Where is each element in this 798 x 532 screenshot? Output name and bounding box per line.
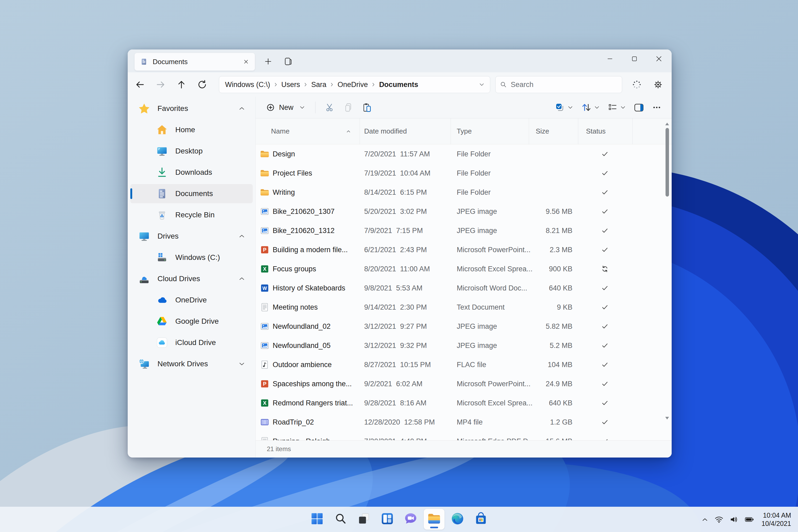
sidebar-item-windows-c-[interactable]: Windows (C:) (128, 247, 255, 268)
column-header-size[interactable]: Size (529, 118, 578, 144)
monitor-icon (138, 230, 150, 242)
taskbar-store-button[interactable] (471, 509, 491, 530)
sidebar-section-network-drives[interactable]: Network Drives (128, 353, 255, 375)
sidebar-section-cloud-drives[interactable]: Cloud Drives (128, 268, 255, 289)
sync-spinner-icon[interactable] (631, 79, 642, 90)
search-icon (334, 512, 347, 527)
volume-icon[interactable] (729, 515, 739, 524)
taskbar-edge-button[interactable] (447, 509, 468, 530)
column-header-date-modified[interactable]: Date modified (360, 118, 451, 144)
sidebar-section-drives[interactable]: Drives (128, 226, 255, 247)
breadcrumb-item[interactable]: Sara (311, 81, 326, 89)
sidebar-item-documents[interactable]: Documents (128, 183, 255, 204)
file-row[interactable]: P Building a modern file... 6/21/2021 2:… (255, 240, 672, 259)
breadcrumb-item[interactable]: Users (281, 81, 300, 89)
file-row[interactable]: Newfoundland_02 3/12/2021 9:27 PM JPEG i… (255, 317, 672, 336)
sidebar-item-recycle-bin[interactable]: Recycle Bin (128, 204, 255, 226)
minimize-button[interactable] (602, 52, 618, 65)
search-box[interactable] (495, 76, 622, 93)
start-icon (310, 512, 324, 527)
file-name: RoadTrip_02 (273, 418, 314, 426)
file-row[interactable]: X Focus groups 8/20/2021 11:00 AM Micros… (255, 259, 672, 279)
file-size: 5.82 MB (529, 322, 578, 331)
taskbar-start-button[interactable] (307, 509, 327, 530)
chevron-down-icon[interactable] (238, 360, 246, 368)
tab-close-icon[interactable] (242, 57, 251, 66)
taskbar-task-view-button[interactable] (354, 509, 374, 530)
maximize-button[interactable] (626, 52, 643, 65)
file-row[interactable]: Writing 8/14/2021 6:15 PM File Folder (255, 183, 672, 202)
close-button[interactable] (651, 52, 667, 65)
file-size: 640 KB (529, 399, 578, 407)
file-row[interactable]: RoadTrip_02 12/28/2020 12:58 PM MP4 file… (255, 413, 672, 432)
chevron-up-icon[interactable] (238, 275, 246, 283)
image-icon (260, 322, 269, 331)
details-pane-button[interactable] (633, 102, 645, 113)
column-header-status[interactable]: Status (578, 118, 632, 144)
paste-icon[interactable] (360, 100, 375, 115)
chevron-up-icon[interactable] (238, 104, 246, 113)
breadcrumb-item[interactable]: OneDrive (338, 81, 368, 89)
search-input[interactable] (510, 80, 618, 89)
wifi-icon[interactable] (714, 515, 724, 524)
file-row[interactable]: W History of Skateboards 9/8/2021 5:53 A… (255, 279, 672, 298)
taskbar-clock[interactable]: 10:04 AM 10/4/2021 (762, 511, 791, 528)
forward-button[interactable] (155, 79, 166, 90)
tray-chevron-up-icon[interactable] (701, 515, 709, 524)
taskbar-search-button[interactable] (330, 509, 351, 530)
file-row[interactable]: Newfoundland_05 3/12/2021 9:32 PM JPEG i… (255, 336, 672, 355)
file-name: Project Files (273, 169, 312, 177)
settings-gear-icon[interactable] (653, 79, 663, 90)
file-row[interactable]: Bike_210620_1312 7/9/2021 7:15 PM JPEG i… (255, 221, 672, 240)
battery-icon[interactable] (744, 515, 755, 524)
address-dropdown-icon[interactable] (477, 80, 486, 89)
file-row[interactable]: P Spaceships among the... 9/2/2021 6:02 … (255, 374, 672, 394)
chevron-up-icon[interactable] (238, 232, 246, 240)
select-all-button[interactable] (555, 102, 574, 113)
sidebar-item-onedrive[interactable]: OneDrive (128, 289, 255, 311)
explorer-tab[interactable]: Documents (134, 53, 255, 71)
refresh-button[interactable] (197, 79, 208, 90)
file-row[interactable]: Project Files 7/19/2021 10:04 AM File Fo… (255, 164, 672, 183)
file-row[interactable]: Running - Raleigh 7/30/2021 4:40 PM Micr… (255, 432, 672, 440)
sort-button[interactable] (581, 102, 600, 113)
taskbar-file-explorer-button[interactable] (424, 509, 444, 530)
breadcrumb-item[interactable]: Windows (C:\) (225, 81, 270, 89)
address-bar[interactable]: Windows (C:\) Users Sara OneDrive Docume… (219, 76, 490, 93)
breadcrumb-item-current[interactable]: Documents (379, 81, 418, 89)
see-more-button[interactable] (651, 102, 662, 113)
scrollbar[interactable] (664, 118, 670, 440)
file-type: Microisoft Word Doc... (451, 284, 529, 292)
file-row[interactable]: Meeting notes 9/14/2021 2:30 PM Text Doc… (255, 298, 672, 317)
taskbar-widgets-button[interactable] (377, 509, 398, 530)
sidebar-section-favorites[interactable]: Favorites (128, 98, 255, 119)
file-row[interactable]: Outdoor ambience 8/27/2021 10:15 PM FLAC… (255, 355, 672, 374)
file-type: Microsoft Edge PDF D... (451, 437, 529, 440)
file-row[interactable]: Bike_210620_1307 5/20/2021 3:02 PM JPEG … (255, 202, 672, 221)
file-row[interactable]: X Redmond Rangers triat... 9/28/2021 8:1… (255, 394, 672, 413)
sidebar-item-icloud-drive[interactable]: iCloud Drive (128, 332, 255, 353)
file-date-modified: 7/19/2021 10:04 AM (360, 169, 451, 177)
file-name: Newfoundland_02 (273, 322, 331, 331)
file-row[interactable]: Design 7/20/2021 11:57 AM File Folder (255, 145, 672, 164)
view-button[interactable] (607, 102, 626, 113)
tab-actions-icon[interactable] (282, 56, 294, 67)
sidebar-item-desktop[interactable]: Desktop (128, 140, 255, 162)
up-button[interactable] (176, 79, 187, 90)
widgets-icon (380, 512, 394, 527)
copy-icon[interactable] (341, 100, 356, 115)
scroll-up-icon[interactable] (665, 122, 669, 126)
cut-icon[interactable] (322, 100, 337, 115)
column-header-type[interactable]: Type (451, 118, 529, 144)
scrollbar-thumb[interactable] (666, 128, 669, 196)
column-header-name[interactable]: Name (255, 118, 360, 144)
new-button[interactable]: New (262, 100, 310, 115)
back-button[interactable] (135, 79, 145, 90)
new-tab-button[interactable] (262, 56, 274, 67)
scroll-down-icon[interactable] (665, 416, 669, 420)
sidebar-item-downloads[interactable]: Downloads (128, 162, 255, 183)
file-date-modified: 8/27/2021 10:15 PM (360, 361, 451, 369)
taskbar-chat-button[interactable] (400, 509, 421, 530)
sidebar-item-google-drive[interactable]: Google Drive (128, 311, 255, 332)
sidebar-item-home[interactable]: Home (128, 119, 255, 140)
